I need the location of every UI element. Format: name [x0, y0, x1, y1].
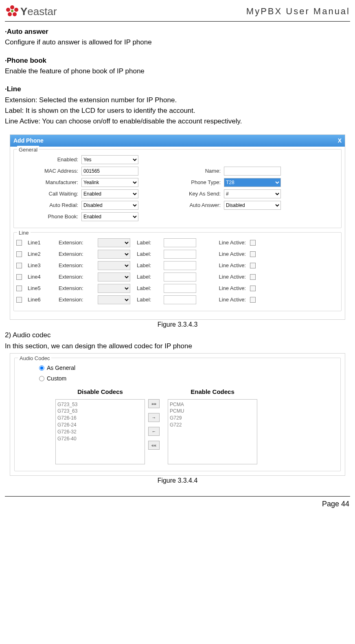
section-line: ·Line Extension: Selected the extension …: [5, 84, 350, 127]
list-item[interactable]: G723_53: [57, 401, 143, 408]
label-field[interactable]: [164, 284, 196, 293]
list-item[interactable]: PCMU: [170, 408, 255, 415]
add-phone-dialog: Add Phone X General Enabled: Yes MAC Add…: [10, 134, 345, 320]
close-icon[interactable]: X: [338, 136, 342, 145]
line-row: Line2Extension:Label:Line Active:: [16, 250, 339, 259]
extension-select[interactable]: [98, 238, 130, 247]
header-divider: [5, 21, 350, 22]
label-label: Label:: [137, 262, 161, 270]
label-field[interactable]: [164, 238, 196, 247]
extension-select[interactable]: [98, 261, 130, 270]
phone-book-select[interactable]: Enabled: [81, 212, 138, 221]
extension-label: Extension:: [59, 273, 95, 281]
phone-type-select[interactable]: T28: [224, 178, 281, 187]
extension-label: Extension:: [59, 296, 95, 304]
section-body: Configure if auto answer is allowed for …: [5, 37, 350, 48]
extension-select[interactable]: [98, 295, 130, 304]
section-auto-answer: ·Auto answer Configure if auto answer is…: [5, 26, 350, 48]
list-item[interactable]: G726-40: [57, 435, 143, 442]
enable-codecs-head: Enable Codecs: [168, 387, 257, 396]
line-active-checkbox[interactable]: [250, 240, 256, 246]
enabled-label: Enabled:: [16, 156, 81, 164]
label-field[interactable]: [164, 261, 196, 270]
radio-as-general-label: As General: [47, 364, 75, 373]
section-phone-book: ·Phone book Enable the feature of phone …: [5, 55, 350, 77]
line-enable-checkbox[interactable]: [16, 263, 22, 268]
list-item[interactable]: G723_63: [57, 408, 143, 415]
line-name: Line3: [28, 262, 56, 270]
line-active-checkbox[interactable]: [250, 286, 256, 291]
figure-caption-1: Figure 3.3.4.3: [5, 320, 350, 330]
auto-redial-label: Auto Redial:: [16, 201, 81, 209]
svg-point-1: [6, 8, 10, 12]
label-field[interactable]: [164, 295, 196, 304]
line-enable-checkbox[interactable]: [16, 274, 22, 280]
radio-as-general[interactable]: [39, 365, 44, 371]
move-right-button[interactable]: →: [148, 413, 160, 422]
label-field[interactable]: [164, 250, 196, 259]
line-fieldset: Line Line1Extension:Label:Line Active:Li…: [13, 232, 342, 311]
document-header: Yeastar MyPBX User Manual: [0, 0, 355, 20]
codec-legend: Audio Codec: [18, 354, 51, 363]
svg-point-0: [10, 5, 14, 9]
auto-answer-select[interactable]: Disabled: [224, 201, 281, 210]
radio-custom-row[interactable]: Custom: [39, 374, 336, 383]
dialog-title: Add Phone: [13, 136, 44, 145]
radio-as-general-row[interactable]: As General: [39, 364, 336, 373]
fieldset-legend-line: Line: [17, 229, 31, 237]
list-item[interactable]: G726-32: [57, 429, 143, 435]
svg-point-2: [14, 8, 18, 12]
list-item[interactable]: G726-24: [57, 422, 143, 429]
line-active-label: Line Active:: [203, 284, 248, 292]
disable-codecs-list[interactable]: G723_53G723_63G726-16G726-24G726-32G726-…: [55, 399, 145, 464]
line-enable-checkbox[interactable]: [16, 297, 22, 303]
line-active-checkbox[interactable]: [250, 263, 256, 268]
svg-point-5: [11, 10, 13, 12]
list-item[interactable]: G729: [170, 415, 255, 422]
line-row: Line1Extension:Label:Line Active:: [16, 238, 339, 247]
extension-select[interactable]: [98, 250, 130, 259]
dialog-titlebar: Add Phone X: [10, 135, 345, 147]
label-label: Label:: [137, 239, 161, 247]
line-active-label: Line Active:: [203, 262, 248, 270]
key-as-send-select[interactable]: #: [224, 189, 281, 198]
line-active-checkbox[interactable]: [250, 297, 256, 303]
label-field[interactable]: [164, 273, 196, 281]
brand-logo: Yeastar: [5, 4, 57, 19]
manufacturer-select[interactable]: Yealink: [81, 178, 138, 187]
line-row: Line6Extension:Label:Line Active:: [16, 295, 339, 304]
section-heading: ·Auto answer: [5, 26, 350, 37]
figure-caption-2: Figure 3.3.4.4: [5, 476, 350, 486]
footer-divider: [5, 496, 350, 497]
move-left-button[interactable]: ←: [148, 427, 160, 436]
general-fieldset: General Enabled: Yes MAC Address: Name: …: [13, 149, 342, 228]
move-all-right-button[interactable]: »»: [148, 399, 160, 408]
phone-book-sel-label: Phone Book:: [16, 213, 81, 221]
audio-section-body: In this section, we can design the allow…: [5, 341, 350, 352]
enable-codecs-list[interactable]: PCMAPCMUG729G722: [168, 399, 257, 464]
move-all-left-button[interactable]: ««: [148, 441, 160, 450]
audio-codec-panel: Audio Codec As General Custom Disable Co…: [10, 353, 345, 476]
line-active-checkbox[interactable]: [250, 251, 256, 257]
line-enable-checkbox[interactable]: [16, 251, 22, 257]
document-title: MyPBX User Manual: [246, 6, 350, 17]
line-row: Line5Extension:Label:Line Active:: [16, 284, 339, 293]
list-item[interactable]: G726-16: [57, 415, 143, 422]
auto-redial-select[interactable]: Disabled: [81, 201, 138, 210]
line-enable-checkbox[interactable]: [16, 240, 22, 246]
extension-select[interactable]: [98, 284, 130, 293]
disable-codecs-head: Disable Codecs: [55, 387, 145, 396]
call-waiting-select[interactable]: Enabled: [81, 189, 138, 198]
line-enable-checkbox[interactable]: [16, 286, 22, 291]
line-active-checkbox[interactable]: [250, 274, 256, 280]
line-row: Line3Extension:Label:Line Active:: [16, 261, 339, 270]
line-def-extension: Extension: Selected the extension number…: [5, 95, 350, 106]
extension-select[interactable]: [98, 273, 130, 281]
radio-custom[interactable]: [39, 376, 44, 381]
mac-field[interactable]: [81, 167, 138, 176]
list-item[interactable]: PCMA: [170, 401, 255, 408]
line-active-label: Line Active:: [203, 250, 248, 258]
name-field[interactable]: [224, 167, 281, 176]
list-item[interactable]: G722: [170, 422, 255, 429]
enabled-select[interactable]: Yes: [81, 155, 138, 164]
